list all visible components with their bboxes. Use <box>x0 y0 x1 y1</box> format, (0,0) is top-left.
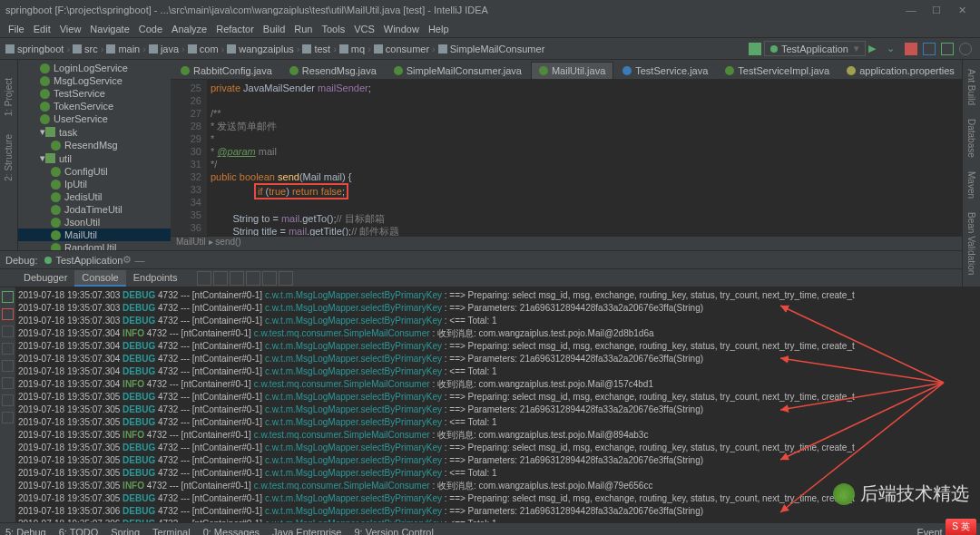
tree-item-testservice[interactable]: TestService <box>18 87 171 100</box>
step-into-icon[interactable] <box>213 271 228 286</box>
editor-crumb[interactable]: MailUtil ▸ send() <box>171 236 980 250</box>
tab-debugger[interactable]: Debugger <box>16 270 74 287</box>
tree-item-resendmsg[interactable]: ResendMsg <box>18 139 171 151</box>
menu-run[interactable]: Run <box>289 24 317 34</box>
settings-icon[interactable] <box>279 271 293 286</box>
menu-code[interactable]: Code <box>134 24 167 34</box>
tab-endpoints[interactable]: Endpoints <box>126 270 185 287</box>
print-icon[interactable] <box>2 394 14 406</box>
project-tool-button[interactable]: 1: Project <box>4 78 14 116</box>
tool-window-button[interactable]: Java Enterprise <box>272 527 341 536</box>
code-editor[interactable]: private JavaMailSender mailSender; /** *… <box>207 80 980 236</box>
line-number[interactable]: 32 <box>172 170 201 183</box>
tree-item-loginlogservice[interactable]: LoginLogService <box>18 62 171 74</box>
step-out-icon[interactable] <box>230 271 244 286</box>
editor-tab[interactable]: ResendMsg.java <box>281 62 385 79</box>
line-number[interactable]: 34 <box>172 196 201 209</box>
minimize-tool-icon[interactable]: — <box>135 255 145 266</box>
editor-tab[interactable]: application.properties <box>838 62 963 79</box>
menu-build[interactable]: Build <box>259 24 289 34</box>
ime-switcher[interactable]: S 英 <box>946 519 976 535</box>
menu-edit[interactable]: Edit <box>29 24 55 34</box>
pause-icon[interactable] <box>2 326 14 337</box>
debug-icon[interactable]: ⌄ <box>887 43 899 55</box>
menu-analyze[interactable]: Analyze <box>167 24 211 34</box>
menu-vcs[interactable]: VCS <box>349 24 379 34</box>
structure-tool-button[interactable]: 2: Structure <box>4 134 14 181</box>
step-over-icon[interactable] <box>197 271 211 286</box>
clear-icon[interactable] <box>2 412 14 423</box>
tree-item-userservice[interactable]: UserService <box>18 112 171 125</box>
tree-item-jedisutil[interactable]: JedisUtil <box>18 190 171 203</box>
ant-build-button[interactable]: Ant Build <box>966 69 976 105</box>
tool-window-button[interactable]: 5: Debug <box>5 527 46 536</box>
tree-item-tokenservice[interactable]: TokenService <box>18 100 171 112</box>
close-button[interactable]: ✕ <box>949 2 975 18</box>
tab-console[interactable]: Console <box>74 270 125 287</box>
line-number[interactable]: 36 <box>172 221 201 234</box>
toggle-soft-wrap-icon[interactable] <box>2 360 14 372</box>
tree-item-randomutil[interactable]: RandomUtil <box>18 241 171 250</box>
tree-item-configutil[interactable]: ConfigUtil <box>18 165 171 178</box>
tool-window-button[interactable]: 6: TODO <box>59 527 99 536</box>
tree-item-jodatimeutil[interactable]: JodaTimeUtil <box>18 203 171 216</box>
stop-icon[interactable] <box>905 43 917 55</box>
line-number[interactable]: 35 <box>172 209 201 221</box>
breadcrumb-item[interactable]: SimpleMailConsumer <box>438 44 545 54</box>
editor-tab[interactable]: SimpleMailConsumer.java <box>386 62 530 79</box>
breadcrumb-item[interactable]: java <box>149 44 179 54</box>
git-push-icon[interactable] <box>941 43 954 55</box>
breadcrumb-item[interactable]: consumer <box>374 44 429 54</box>
build-icon[interactable] <box>749 43 761 55</box>
git-pull-icon[interactable] <box>923 43 936 55</box>
tool-window-button[interactable]: 9: Version Control <box>354 527 433 536</box>
minimize-button[interactable]: — <box>898 2 924 18</box>
tree-item-mailutil[interactable]: MailUtil <box>18 229 171 241</box>
menu-file[interactable]: File <box>4 24 29 34</box>
stop-console-icon[interactable] <box>2 308 14 320</box>
line-number[interactable]: 30 <box>172 145 201 158</box>
menu-help[interactable]: Help <box>424 24 454 34</box>
project-tree[interactable]: LoginLogServiceMsgLogServiceTestServiceT… <box>18 60 171 250</box>
run-icon[interactable]: ▶ <box>868 43 881 55</box>
resume-icon[interactable] <box>246 271 260 286</box>
line-number[interactable]: 26 <box>172 94 201 107</box>
breadcrumb-item[interactable]: com <box>188 44 219 54</box>
tool-window-button[interactable]: Terminal <box>152 527 191 536</box>
tree-item-task[interactable]: ▾ task <box>18 125 171 139</box>
tree-item-iputil[interactable]: IpUtil <box>18 178 171 190</box>
maven-button[interactable]: Maven <box>966 171 976 199</box>
tree-item-msglogservice[interactable]: MsgLogService <box>18 74 171 87</box>
line-number[interactable]: 25 <box>172 82 201 94</box>
menu-view[interactable]: View <box>55 24 86 34</box>
line-number[interactable]: 27 <box>172 107 201 120</box>
breadcrumb-item[interactable]: mq <box>339 44 365 54</box>
menu-navigate[interactable]: Navigate <box>85 24 133 34</box>
rerun-icon[interactable] <box>2 291 14 303</box>
tree-item-util[interactable]: ▾ util <box>18 151 171 165</box>
breadcrumb-item[interactable]: wangzaiplus <box>227 44 294 54</box>
menu-refactor[interactable]: Refactor <box>211 24 259 34</box>
menu-tools[interactable]: Tools <box>317 24 349 34</box>
evaluate-icon[interactable] <box>262 271 277 286</box>
tool-window-button[interactable]: Spring <box>111 527 140 536</box>
debug-target[interactable]: TestApplication <box>55 255 122 266</box>
run-config-selector[interactable]: TestApplication▾ <box>764 41 866 56</box>
breadcrumb-item[interactable]: test <box>302 44 330 54</box>
database-button[interactable]: Database <box>966 119 976 158</box>
editor-tab[interactable]: MailUtil.java <box>531 62 613 79</box>
breadcrumb-item[interactable]: springboot <box>5 44 64 54</box>
tool-window-button[interactable]: 0: Messages <box>203 527 260 536</box>
tree-item-jsonutil[interactable]: JsonUtil <box>18 216 171 229</box>
line-number[interactable]: 29 <box>172 132 201 145</box>
maximize-button[interactable]: ☐ <box>924 2 949 18</box>
editor-tab[interactable]: TestServiceImpl.java <box>717 62 838 79</box>
editor-gutter[interactable]: 252627282930313233343536 <box>171 80 207 236</box>
filter-icon[interactable] <box>2 343 14 355</box>
line-number[interactable]: 31 <box>172 158 201 170</box>
breadcrumb-item[interactable]: src <box>73 44 98 54</box>
line-number[interactable]: 28 <box>172 120 201 132</box>
gear-icon[interactable]: ⚙ <box>122 254 132 266</box>
breadcrumb-item[interactable]: main <box>106 44 140 54</box>
search-icon[interactable] <box>959 43 972 55</box>
